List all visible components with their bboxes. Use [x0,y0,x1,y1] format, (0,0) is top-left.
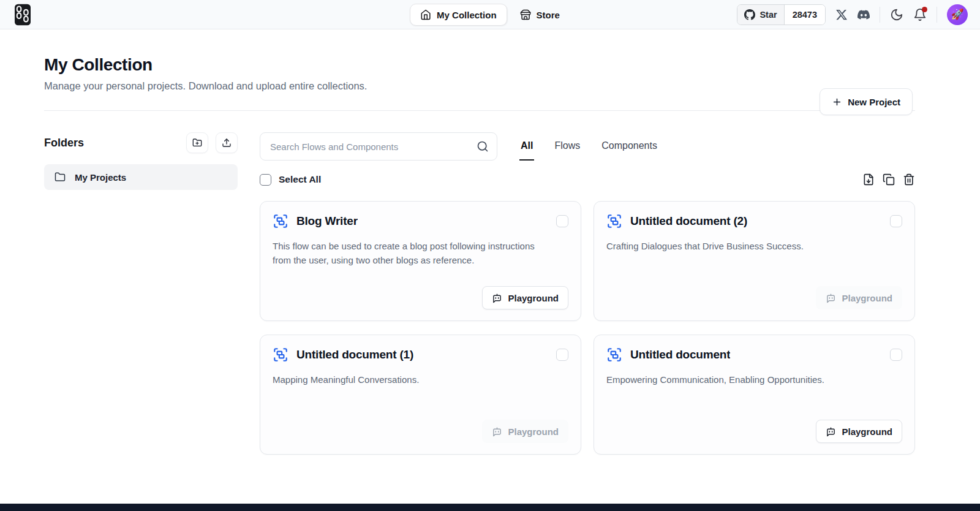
flow-card-title: Untitled document [630,348,730,361]
flow-card-description: Mapping Meaningful Conversations. [273,373,568,387]
folders-title: Folders [44,137,84,150]
store-icon [520,9,531,20]
flow-card-checkbox[interactable] [890,215,902,227]
flows-grid: Blog Writer This flow can be used to cre… [260,201,915,455]
flow-group-icon [606,213,622,229]
home-icon [420,9,431,20]
bot-chat-icon [826,426,836,437]
playground-label: Playground [842,293,892,303]
playground-label: Playground [508,426,559,437]
search-input[interactable] [260,132,497,161]
tab-label: Components [601,140,657,151]
flow-group-icon [273,213,288,229]
nav-tab-label: My Collection [437,10,497,20]
flow-card[interactable]: Blog Writer This flow can be used to cre… [260,201,581,321]
main-nav: My Collection Store [410,4,570,26]
flow-card-description: This flow can be used to create a blog p… [273,240,568,267]
flow-card-checkbox[interactable] [556,349,568,361]
header-separator [937,7,937,23]
content-area: Folders My Projects All [0,111,980,455]
bot-chat-icon [826,293,836,303]
playground-button[interactable]: Playground [816,286,902,309]
upload-collection-button[interactable] [216,132,238,153]
header-separator [880,7,880,23]
upload-icon [222,138,232,148]
dark-mode-moon-icon[interactable] [890,8,903,21]
playground-label: Playground [842,426,892,437]
langflow-logo-icon[interactable] [12,2,33,27]
user-avatar[interactable]: 🚀 [947,4,968,25]
sidebar-item-my-projects[interactable]: My Projects [44,164,238,190]
folder-icon [55,172,66,183]
flow-card[interactable]: Untitled document (1) Mapping Meaningful… [260,335,581,455]
x-twitter-icon[interactable] [835,9,848,21]
discord-icon[interactable] [858,9,870,21]
plus-icon [832,97,842,107]
flow-group-icon [273,347,288,363]
flow-group-icon [606,347,622,363]
flow-card[interactable]: Untitled document (2) Crafting Dialogues… [594,201,915,321]
collection-main: All Flows Components Select All [260,132,915,455]
flow-card[interactable]: Untitled document Empowering Communicati… [594,335,915,455]
bulk-actions [862,173,915,186]
folder-item-label: My Projects [75,172,126,183]
github-icon [744,9,755,20]
nav-tab-store[interactable]: Store [510,4,570,26]
select-all-label: Select All [279,174,321,185]
bot-chat-icon [492,293,502,303]
tab-label: Flows [554,140,580,151]
flow-card-title: Blog Writer [296,214,358,228]
flow-card-checkbox[interactable] [556,215,568,227]
notification-badge [922,7,927,12]
bot-chat-icon [492,426,502,437]
github-star-widget[interactable]: Star 28473 [737,4,826,25]
playground-label: Playground [508,293,559,303]
new-folder-button[interactable] [186,132,208,153]
search-box [260,132,497,161]
new-project-label: New Project [848,97,900,107]
flow-card-description: Crafting Dialogues that Drive Business S… [606,240,902,254]
folder-plus-icon [192,138,202,148]
nav-tab-my-collection[interactable]: My Collection [410,4,507,26]
notifications-bell-icon[interactable] [913,8,927,21]
github-star-label: Star [760,10,777,20]
playground-button[interactable]: Playground [816,420,902,443]
header-actions: Star 28473 🚀 [737,4,968,25]
tab-components[interactable]: Components [600,132,658,161]
nav-tab-label: Store [537,10,560,20]
delete-icon[interactable] [903,173,915,186]
search-icon[interactable] [477,140,489,153]
page-subtitle: Manage your personal projects. Download … [44,80,913,92]
filter-tabs: All Flows Components [519,132,677,161]
flow-card-title: Untitled document (1) [296,348,413,361]
selection-toolbar: Select All [260,173,915,186]
select-all-checkbox[interactable] [260,174,271,186]
github-star-button[interactable]: Star [737,5,784,25]
github-star-count: 28473 [785,5,825,25]
flow-card-title: Untitled document (2) [630,214,747,228]
duplicate-icon[interactable] [883,173,895,186]
avatar-emoji: 🚀 [951,8,963,21]
playground-button[interactable]: Playground [482,286,568,309]
download-icon[interactable] [862,173,875,186]
bottom-bar [0,504,980,511]
playground-button[interactable]: Playground [482,420,568,443]
top-header: My Collection Store Star 28473 🚀 [0,0,980,29]
tab-label: All [521,140,533,151]
flow-card-checkbox[interactable] [890,349,902,361]
page-header: My Collection Manage your personal proje… [0,29,980,92]
tab-all[interactable]: All [519,132,534,161]
tab-flows[interactable]: Flows [553,132,581,161]
flow-card-description: Empowering Communication, Enabling Oppor… [606,373,902,387]
folders-sidebar: Folders My Projects [44,132,238,455]
new-project-button[interactable]: New Project [820,88,913,115]
page-title: My Collection [44,55,913,75]
